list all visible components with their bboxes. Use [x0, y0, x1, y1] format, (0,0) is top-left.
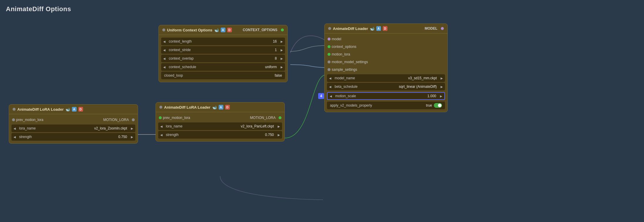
apply-v2-toggle[interactable]	[434, 103, 442, 108]
animatediff-loader-node: AnimateDiff Loader 🐋 A D MODEL model con…	[324, 23, 448, 112]
context-overlap-value: 8	[264, 56, 279, 60]
apply-v2-toggle-knob	[438, 104, 441, 107]
animatediff-loader-status-dot	[328, 27, 331, 30]
lora2-prev-motion-lora-row: prev_motion_lora MOTION_LORA	[156, 114, 284, 122]
lora1-prev-motion-lora-row: prev_motion_lora MOTION_LORA	[9, 116, 138, 124]
lora1-name-value: v2_lora_ZoomIn.ckpt	[94, 126, 129, 130]
motion-scale-label: motion_scale	[334, 94, 423, 98]
beta-schedule-label: beta_schedule	[333, 85, 399, 89]
lora2-strength-field[interactable]: ◀ strength 0.750 ▶	[158, 131, 282, 139]
lora1-name-field[interactable]: ◀ lora_name v2_lora_ZoomIn.ckpt ▶	[11, 125, 135, 132]
lora-loader-1-badge-d: D	[78, 107, 83, 112]
context-length-value: 16	[264, 39, 279, 43]
context-overlap-dec[interactable]: ◀	[161, 55, 168, 62]
context-overlap-field[interactable]: ◀ context_overlap 8 ▶	[161, 55, 285, 62]
lora-loader-1-badge-a: A	[72, 107, 77, 112]
page-title: AnimateDiff Options	[6, 5, 71, 13]
lora2-name-dec[interactable]: ◀	[158, 122, 165, 130]
lora-loader-1-status-dot	[13, 108, 16, 111]
context-schedule-inc[interactable]: ▶	[279, 63, 285, 71]
context-options-header: Uniform Context Options 🐋 A D CONTEXT_OP…	[159, 25, 287, 35]
context-stride-dec[interactable]: ◀	[161, 46, 168, 54]
beta-schedule-inc[interactable]: ▶	[439, 83, 445, 90]
closed-loop-value: false	[275, 73, 282, 78]
lora2-name-field[interactable]: ◀ lora_name v2_lora_PanLeft.ckpt ▶	[158, 122, 282, 130]
beta-schedule-value: sqrt_linear (AnimateDiff)	[399, 85, 439, 89]
context-options-badge-a: A	[221, 28, 225, 32]
lora2-name-label: lora_name	[165, 124, 241, 128]
lora-loader-2-title: AnimateDiff LoRA Loader	[164, 105, 210, 110]
context-schedule-label: context_schedule	[168, 65, 264, 69]
lora-loader-2-node: AnimateDiff LoRA Loader 🐋 A D prev_motio…	[156, 102, 285, 142]
lora1-strength-value: 0.750	[114, 135, 129, 139]
context-stride-inc[interactable]: ▶	[279, 46, 285, 54]
motion-scale-field[interactable]: ◀ motion_scale 1.000 ▶	[327, 92, 445, 100]
sample-settings-label: sample_settings	[332, 68, 444, 72]
animatediff-loader-header: AnimateDiff Loader 🐋 A D MODEL	[325, 24, 447, 33]
motion-model-settings-port-row: motion_model_settings	[325, 58, 447, 66]
context-length-field[interactable]: ◀ context_length 16 ▶	[161, 38, 285, 45]
lora1-name-inc[interactable]: ▶	[129, 125, 135, 132]
motion-scale-badge-num: 4	[318, 93, 324, 99]
lora-loader-2-badge-a: A	[219, 105, 223, 110]
model-name-field[interactable]: ◀ model_name v3_sd15_mm.ckpt ▶	[327, 74, 445, 82]
lora2-strength-label: strength	[165, 133, 261, 137]
animatediff-loader-badge-d: D	[383, 26, 387, 31]
motion-model-settings-label: motion_model_settings	[332, 60, 444, 64]
lora1-name-label: lora_name	[18, 126, 94, 130]
animatediff-loader-title: AnimateDiff Loader	[333, 26, 368, 31]
lora-loader-1-body: prev_motion_lora MOTION_LORA ◀ lora_name…	[9, 114, 138, 143]
sample-settings-port-row: sample_settings	[325, 66, 447, 73]
lora-loader-1-header: AnimateDiff LoRA Loader 🐋 A D	[9, 105, 138, 114]
lora2-strength-value: 0.750	[261, 133, 276, 137]
lora-loader-1-emoji: 🐋	[65, 107, 70, 112]
lora2-strength-inc[interactable]: ▶	[276, 131, 282, 139]
context-length-dec[interactable]: ◀	[161, 38, 168, 45]
lora1-prev-motion-lora-port	[12, 118, 15, 121]
lora2-name-inc[interactable]: ▶	[276, 122, 282, 130]
motion-scale-dec[interactable]: ◀	[328, 92, 334, 100]
model-label: model	[332, 37, 444, 41]
motion-scale-value: 1.000	[423, 94, 438, 98]
context-schedule-field[interactable]: ◀ context_schedule uniform ▶	[161, 63, 285, 71]
lora-loader-2-status-dot	[159, 106, 162, 109]
lora-loader-2-header: AnimateDiff LoRA Loader 🐋 A D	[156, 102, 284, 112]
animatediff-loader-emoji: 🐋	[370, 26, 375, 31]
context-options-body: ◀ context_length 16 ▶ ◀ context_stride 1…	[159, 35, 287, 82]
lora1-strength-dec[interactable]: ◀	[11, 133, 18, 141]
animatediff-loader-badge-a: A	[376, 26, 381, 31]
sample-settings-port	[328, 68, 331, 71]
lora-loader-1-title: AnimateDiff LoRA Loader	[17, 107, 64, 112]
context-overlap-inc[interactable]: ▶	[279, 55, 285, 62]
context-options-status-dot	[162, 28, 165, 31]
apply-v2-value: true	[426, 103, 432, 107]
lora-loader-2-badge-d: D	[225, 105, 230, 110]
context-length-label: context_length	[168, 39, 264, 43]
lora-loader-2-emoji: 🐋	[212, 105, 217, 110]
model-port-row: model	[325, 35, 447, 43]
lora1-strength-inc[interactable]: ▶	[129, 133, 135, 141]
model-name-inc[interactable]: ▶	[439, 74, 445, 82]
context-schedule-value: uniform	[264, 65, 279, 69]
model-name-dec[interactable]: ◀	[327, 74, 333, 82]
beta-schedule-field[interactable]: ◀ beta_schedule sqrt_linear (AnimateDiff…	[327, 83, 445, 90]
motion-model-settings-port	[328, 60, 331, 63]
context-stride-field[interactable]: ◀ context_stride 1 ▶	[161, 46, 285, 54]
lora2-strength-dec[interactable]: ◀	[158, 131, 165, 139]
context-options-output-label: CONTEXT_OPTIONS	[243, 28, 277, 32]
lora1-strength-field[interactable]: ◀ strength 0.750 ▶	[11, 133, 135, 141]
context-overlap-label: context_overlap	[168, 56, 264, 60]
context-stride-label: context_stride	[168, 48, 264, 52]
context-options-output-port	[281, 28, 284, 31]
beta-schedule-dec[interactable]: ◀	[327, 83, 333, 90]
motion-scale-inc[interactable]: ▶	[438, 92, 444, 100]
context-options-port-row: context_options	[325, 43, 447, 51]
model-port	[328, 38, 331, 41]
context-options-title: Uniform Context Options	[167, 28, 213, 32]
context-schedule-dec[interactable]: ◀	[161, 63, 168, 71]
motion-lora-label: motion_lora	[332, 52, 444, 56]
context-length-inc[interactable]: ▶	[279, 38, 285, 45]
lora1-name-dec[interactable]: ◀	[11, 125, 18, 132]
closed-loop-field: closed_loop false	[161, 72, 285, 79]
animatediff-loader-output-port	[441, 27, 444, 30]
